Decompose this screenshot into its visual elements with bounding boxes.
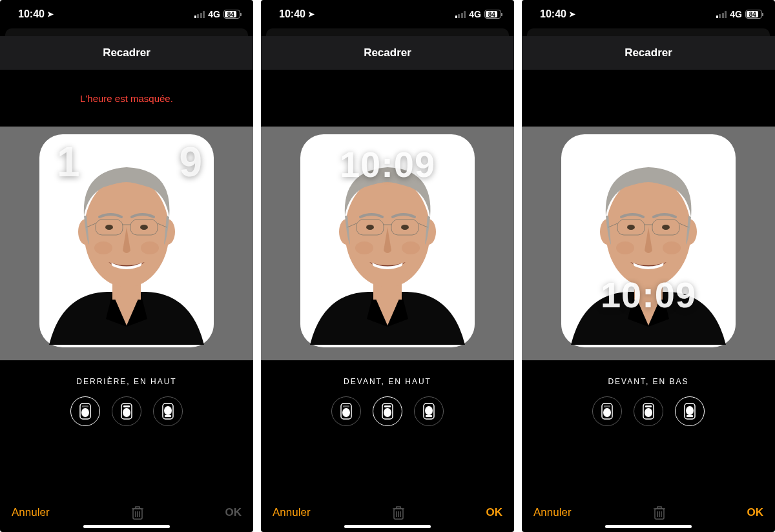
portrait-photo[interactable]	[36, 132, 217, 351]
screenshot-gap	[253, 0, 261, 532]
header-title: Recadrer	[625, 46, 672, 59]
clock-overlay: 10:09	[601, 274, 696, 316]
cancel-button[interactable]: Annuler	[533, 506, 572, 519]
status-bar: 10:40 ➤ 4G 84	[0, 0, 253, 28]
cancel-button[interactable]: Annuler	[273, 506, 311, 519]
option-row	[331, 396, 444, 426]
confirm-button[interactable]: OK	[486, 506, 502, 519]
header-title: Recadrer	[364, 46, 411, 59]
svg-point-31	[645, 408, 652, 417]
trash-icon	[391, 505, 406, 520]
home-indicator[interactable]	[83, 525, 170, 528]
svg-point-33	[686, 406, 694, 415]
home-indicator[interactable]	[605, 525, 692, 528]
location-arrow-icon: ➤	[308, 10, 315, 19]
confirm-button[interactable]: OK	[747, 506, 763, 519]
option-front-bottom[interactable]	[153, 396, 183, 426]
screenshot-row: 10:40 ➤ 4G 84 Recadrer L'heure est masqu…	[0, 0, 775, 532]
warning-zone: L'heure est masquée.	[0, 70, 253, 127]
svg-point-23	[342, 408, 350, 417]
svg-point-24	[384, 408, 391, 417]
status-time: 10:40	[540, 8, 566, 20]
position-label: DEVANT, EN BAS	[608, 377, 688, 386]
warning-text: L'heure est masquée.	[80, 93, 173, 104]
sheet-handle[interactable]	[527, 28, 770, 36]
trash-icon	[652, 505, 666, 520]
status-time: 10:40	[279, 8, 305, 20]
svg-point-30	[603, 408, 611, 417]
option-row	[70, 396, 183, 426]
option-front-top[interactable]	[373, 396, 402, 426]
svg-rect-15	[82, 405, 88, 407]
svg-rect-32	[645, 405, 652, 407]
signal-icon	[716, 11, 727, 18]
position-controls: DEVANT, EN BAS	[522, 360, 775, 493]
option-behind-top[interactable]	[331, 396, 361, 426]
position-controls: DEVANT, EN HAUT	[261, 360, 514, 493]
position-label: DERRIÈRE, EN HAUT	[76, 377, 176, 386]
position-label: DEVANT, EN HAUT	[344, 377, 431, 386]
battery-icon: 84	[223, 10, 240, 19]
option-front-top[interactable]	[634, 396, 663, 426]
home-indicator[interactable]	[344, 525, 431, 528]
svg-point-19	[164, 406, 172, 415]
option-front-bottom[interactable]	[675, 396, 705, 426]
svg-rect-18	[123, 405, 130, 407]
location-arrow-icon: ➤	[47, 10, 54, 19]
signal-icon	[194, 11, 205, 18]
status-time: 10:40	[18, 8, 45, 20]
portrait-photo[interactable]	[558, 132, 739, 351]
svg-rect-27	[426, 415, 432, 417]
warning-zone	[522, 70, 775, 127]
warning-zone	[261, 70, 514, 127]
option-front-bottom[interactable]	[414, 396, 444, 426]
option-behind-top[interactable]	[70, 396, 100, 426]
phone-screen-1: 10:40 ➤ 4G 84 Recadrer L'heure est masqu…	[0, 0, 253, 532]
location-arrow-icon: ➤	[569, 10, 575, 19]
svg-rect-25	[384, 405, 391, 407]
option-behind-top[interactable]	[592, 396, 622, 426]
preview-area[interactable]: 10:09	[522, 127, 775, 360]
network-label: 4G	[469, 9, 481, 19]
network-label: 4G	[730, 9, 742, 19]
svg-rect-22	[343, 405, 349, 407]
svg-point-26	[425, 406, 433, 415]
phone-screen-2: 10:40 ➤ 4G 84 Recadrer 10:09 DEVANT, EN …	[261, 0, 514, 532]
signal-icon	[455, 11, 466, 18]
svg-rect-34	[687, 415, 693, 417]
position-controls: DERRIÈRE, EN HAUT	[0, 360, 253, 493]
preview-area[interactable]: 1 9	[0, 127, 253, 360]
confirm-button: OK	[225, 506, 242, 519]
sheet-header: Recadrer	[522, 36, 775, 70]
option-row	[592, 396, 705, 426]
clock-overlay: 10:09	[340, 143, 435, 185]
sheet-handle[interactable]	[5, 28, 248, 36]
sheet-header: Recadrer	[261, 36, 514, 70]
status-bar: 10:40 ➤ 4G 84	[522, 0, 775, 28]
svg-point-17	[123, 408, 130, 417]
screenshot-gap	[514, 0, 522, 532]
option-front-top[interactable]	[112, 396, 141, 426]
svg-point-16	[81, 408, 89, 417]
sheet-handle[interactable]	[266, 28, 509, 36]
cancel-button[interactable]: Annuler	[12, 506, 50, 519]
svg-rect-20	[165, 415, 171, 417]
header-title: Recadrer	[103, 46, 150, 59]
battery-icon: 84	[745, 10, 762, 19]
trash-icon	[130, 505, 145, 520]
sheet-header: Recadrer	[0, 36, 253, 70]
svg-rect-29	[604, 405, 610, 407]
network-label: 4G	[208, 9, 220, 19]
battery-icon: 84	[484, 10, 501, 19]
preview-area[interactable]: 10:09	[261, 127, 514, 360]
status-bar: 10:40 ➤ 4G 84	[261, 0, 514, 28]
phone-screen-3: 10:40 ➤ 4G 84 Recadrer 10:09 DEVANT, EN …	[522, 0, 775, 532]
